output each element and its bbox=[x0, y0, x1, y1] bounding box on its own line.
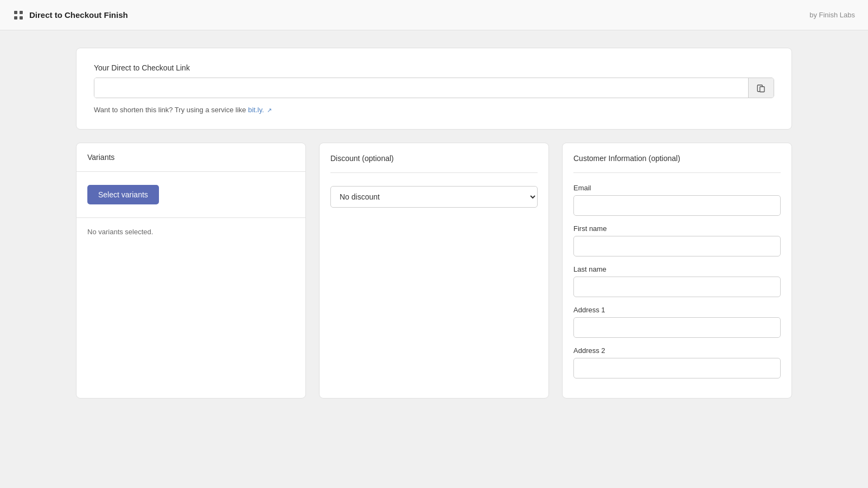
main-content: Your Direct to Checkout Link Want to sho… bbox=[0, 30, 868, 416]
copy-link-button[interactable] bbox=[748, 78, 774, 98]
email-field-group: Email bbox=[573, 184, 781, 216]
svg-rect-1 bbox=[20, 11, 23, 14]
address1-label: Address 1 bbox=[573, 306, 781, 314]
discount-select[interactable]: No discount bbox=[330, 186, 538, 208]
variants-empty-text: No variants selected. bbox=[76, 217, 305, 246]
email-input[interactable] bbox=[573, 195, 781, 216]
select-variants-button[interactable]: Select variants bbox=[87, 185, 159, 204]
variants-header: Variants bbox=[76, 143, 305, 172]
link-card: Your Direct to Checkout Link Want to sho… bbox=[76, 48, 792, 130]
svg-rect-3 bbox=[20, 16, 23, 20]
last-name-label: Last name bbox=[573, 265, 781, 273]
link-input-row bbox=[94, 78, 774, 98]
app-header: Direct to Checkout Finish by Finish Labs bbox=[0, 0, 868, 30]
app-icon bbox=[13, 10, 24, 21]
bitly-link[interactable]: bit.ly. ↗ bbox=[248, 106, 272, 114]
app-title: Direct to Checkout Finish bbox=[29, 10, 128, 20]
first-name-input[interactable] bbox=[573, 236, 781, 256]
last-name-input[interactable] bbox=[573, 277, 781, 297]
svg-rect-2 bbox=[14, 16, 17, 20]
customer-info-header: Customer Information (optional) bbox=[573, 154, 781, 173]
shorten-hint: Want to shorten this link? Try using a s… bbox=[94, 106, 774, 114]
svg-rect-0 bbox=[14, 11, 17, 14]
svg-rect-4 bbox=[760, 87, 764, 92]
shorten-prefix: Want to shorten this link? Try using a s… bbox=[94, 106, 246, 114]
checkout-link-input[interactable] bbox=[94, 78, 748, 98]
last-name-field-group: Last name bbox=[573, 265, 781, 297]
three-col-section: Variants Select variants No variants sel… bbox=[76, 143, 792, 399]
email-label: Email bbox=[573, 184, 781, 192]
clipboard-icon bbox=[756, 83, 766, 93]
header-left: Direct to Checkout Finish bbox=[13, 10, 128, 21]
discount-card: Discount (optional) No discount bbox=[319, 143, 549, 399]
address2-input[interactable] bbox=[573, 358, 781, 378]
first-name-label: First name bbox=[573, 224, 781, 233]
customer-info-card: Customer Information (optional) Email Fi… bbox=[562, 143, 792, 399]
external-link-icon: ↗ bbox=[267, 107, 272, 113]
header-by-label: by Finish Labs bbox=[809, 11, 855, 19]
discount-header: Discount (optional) bbox=[330, 154, 538, 173]
variants-body: Select variants bbox=[76, 172, 305, 217]
address1-input[interactable] bbox=[573, 317, 781, 338]
link-label: Your Direct to Checkout Link bbox=[94, 63, 774, 72]
address1-field-group: Address 1 bbox=[573, 306, 781, 338]
address2-field-group: Address 2 bbox=[573, 346, 781, 378]
address2-label: Address 2 bbox=[573, 346, 781, 355]
first-name-field-group: First name bbox=[573, 224, 781, 256]
variants-card: Variants Select variants No variants sel… bbox=[76, 143, 306, 399]
